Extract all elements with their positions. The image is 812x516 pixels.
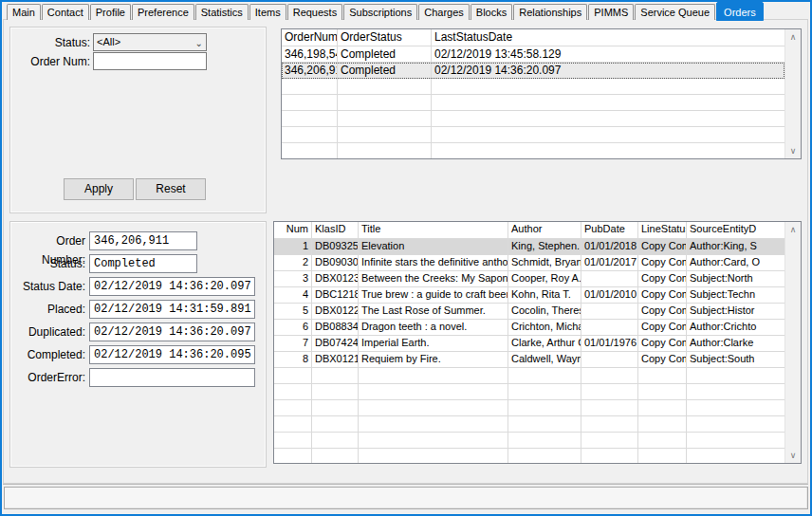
tab-charges[interactable]: Charges	[418, 4, 470, 20]
cell: Copy Comp	[638, 320, 687, 335]
item-row[interactable]: 4DBC12185True brew : a guide to craft be…	[274, 287, 784, 304]
scrollbar-up-icon[interactable]: ∧	[785, 29, 801, 45]
tab-blocks[interactable]: Blocks	[471, 4, 512, 20]
cell	[581, 400, 638, 415]
tab-pimms[interactable]: PIMMS	[588, 4, 634, 20]
status-filter-dropdown[interactable]: <All> ⌄	[93, 33, 207, 51]
detail-label: Duplicated:	[10, 322, 85, 341]
cell: Crichton, Michael.	[508, 320, 581, 335]
cell: Caldwell, Wayne.	[508, 352, 581, 367]
order-num-input[interactable]	[93, 52, 207, 70]
order-detail-panel: Order Number:346,206,911Status:Completed…	[9, 221, 267, 468]
column-header[interactable]: OrderStatus	[338, 29, 432, 46]
cell	[274, 449, 312, 464]
cell	[274, 400, 312, 415]
cell	[508, 368, 581, 383]
cell: Copy Comp	[638, 255, 687, 270]
item-row[interactable]: 8DBX01217Requiem by Fire.Caldwell, Wayne…	[274, 352, 784, 368]
cell	[282, 79, 338, 94]
column-header[interactable]: KlasID	[312, 222, 359, 238]
tab-preference[interactable]: Preference	[132, 4, 194, 20]
empty-row	[274, 449, 784, 464]
cell	[312, 384, 359, 399]
column-header[interactable]: Num	[274, 222, 312, 238]
cell: Cocolin, Theresa.	[508, 304, 581, 319]
item-row[interactable]: 2DB090303Infinite stars the definitive a…	[274, 255, 784, 271]
tab-contact[interactable]: Contact	[42, 4, 89, 20]
tab-orders[interactable]: Orders	[716, 2, 764, 21]
cell: DBC12185	[312, 287, 359, 303]
column-header[interactable]: OrderNum	[282, 29, 338, 46]
cell	[638, 400, 687, 415]
cell: 3	[274, 271, 312, 286]
reset-button[interactable]: Reset	[136, 178, 206, 200]
item-row[interactable]: 1DB093255ElevationKing, Stephen.01/01/20…	[274, 239, 784, 255]
item-row[interactable]: 5DBX01221The Last Rose of Summer.Cocolin…	[274, 304, 784, 320]
cell	[687, 433, 784, 448]
item-row[interactable]: 3DBX01235Between the Creeks: My Sapony .…	[274, 271, 784, 287]
cell	[312, 368, 359, 383]
cell	[581, 304, 638, 319]
empty-row	[282, 95, 784, 111]
column-header[interactable]: PubDate	[581, 222, 638, 238]
cell: Schmidt, Bryan Th	[508, 255, 581, 270]
status-bar	[4, 487, 808, 509]
cell	[338, 79, 432, 94]
cell: 2	[274, 255, 312, 270]
tab-profile[interactable]: Profile	[90, 4, 131, 20]
cell: 6	[274, 320, 312, 335]
scrollbar-down-icon[interactable]: ∨	[785, 448, 801, 463]
cell	[508, 449, 581, 464]
application-window: MainContactProfilePreferenceStatisticsIt…	[0, 0, 812, 516]
detail-label: OrderError:	[10, 368, 85, 387]
tab-relationships[interactable]: Relationships	[513, 4, 587, 20]
tab-items[interactable]: Items	[249, 4, 286, 20]
tab-statistics[interactable]: Statistics	[195, 4, 249, 20]
cell	[432, 143, 784, 158]
detail-label: Status:	[10, 254, 85, 273]
order-row[interactable]: 346,198,541Completed02/12/2019 13:45:58.…	[282, 46, 784, 63]
column-header[interactable]: SourceEntityD	[687, 222, 784, 238]
grid-header-row: OrderNumOrderStatusLastStatusDate	[282, 29, 784, 46]
cell	[638, 368, 687, 383]
item-row[interactable]: 7DB074241Imperial Earth.Clarke, Arthur C…	[274, 336, 784, 352]
tab-requests[interactable]: Requests	[287, 4, 342, 20]
cell: Copy Comp	[638, 271, 687, 286]
cell	[274, 416, 312, 432]
order-row[interactable]: 346,206,911Completed02/12/2019 14:36:20.…	[282, 63, 784, 79]
detail-field: 02/12/2019 14:31:59.891	[89, 300, 255, 319]
detail-label: Placed:	[10, 300, 85, 319]
tab-service-queue[interactable]: Service Queue	[635, 4, 715, 20]
column-header[interactable]: Title	[359, 222, 508, 238]
cell	[581, 449, 638, 464]
cell: King, Stephen.	[508, 239, 581, 254]
cell: Author:Crichto	[687, 320, 784, 335]
cell: Infinite stars the definitive antholog	[359, 255, 508, 270]
cell	[338, 143, 432, 158]
cell: Elevation	[359, 239, 508, 254]
detail-label: Completed:	[10, 345, 85, 364]
scrollbar-down-icon[interactable]: ∨	[785, 143, 801, 158]
cell: 1	[274, 239, 312, 254]
items-grid-scrollbar[interactable]: ∧ ∨	[784, 222, 801, 463]
tab-subscriptions[interactable]: Subscriptions	[343, 4, 417, 20]
tab-main[interactable]: Main	[7, 4, 41, 20]
cell	[508, 400, 581, 415]
item-row[interactable]: 6DB088345Dragon teeth : a novel.Crichton…	[274, 320, 784, 336]
cell	[581, 271, 638, 286]
orders-grid: OrderNumOrderStatusLastStatusDate346,198…	[281, 28, 802, 159]
cell	[581, 433, 638, 448]
orders-grid-scrollbar[interactable]: ∧ ∨	[784, 29, 801, 158]
cell	[508, 416, 581, 432]
column-header[interactable]: LineStatus	[638, 222, 687, 238]
cell: Between the Creeks: My Sapony .	[359, 271, 508, 286]
empty-row	[274, 416, 784, 433]
cell: Copy Comp	[638, 352, 687, 367]
cell: Copy Comp	[638, 304, 687, 319]
apply-button[interactable]: Apply	[64, 178, 134, 200]
scrollbar-up-icon[interactable]: ∧	[785, 222, 801, 237]
column-header[interactable]: LastStatusDate	[432, 29, 784, 46]
column-header[interactable]: Author	[508, 222, 581, 238]
chevron-down-icon: ⌄	[195, 35, 203, 51]
cell: True brew : a guide to craft beer in	[359, 287, 508, 303]
